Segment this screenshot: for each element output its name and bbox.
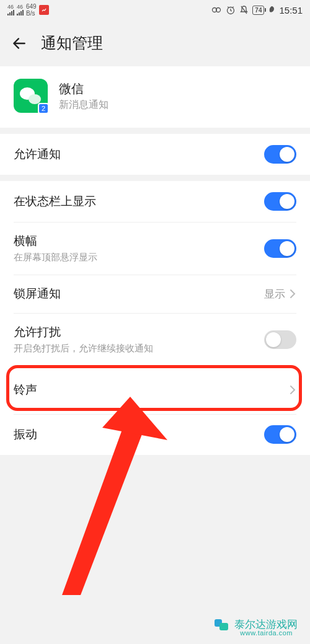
app-name: 微信 xyxy=(59,81,108,97)
status-left: 46 46 649 B/s xyxy=(7,3,49,17)
row-lockscreen[interactable]: 锁屏通知 显示 xyxy=(0,275,310,313)
watermark-url: www.tairda.com xyxy=(240,629,293,637)
battery-icon: 74 xyxy=(252,6,264,15)
row-label: 允许打扰 xyxy=(14,324,153,340)
net-label: 46 xyxy=(7,4,14,10)
toggle-vibration[interactable] xyxy=(264,425,296,444)
net-speed-unit: B/s xyxy=(26,10,37,17)
back-arrow-icon[interactable] xyxy=(11,35,27,51)
row-disturb[interactable]: 允许打扰 开启免打扰后，允许继续接收通知 xyxy=(0,313,310,366)
svg-rect-6 xyxy=(219,623,228,630)
row-banner[interactable]: 横幅 在屏幕顶部悬浮显示 xyxy=(0,222,310,275)
section-allow: 允许通知 xyxy=(0,134,310,175)
chevron-right-icon xyxy=(289,288,296,299)
signal-1: 46 xyxy=(7,4,14,15)
leaf-icon xyxy=(268,6,275,14)
signal-bars-icon xyxy=(7,10,14,15)
row-label: 铃声 xyxy=(14,382,37,398)
clock-time: 15:51 xyxy=(279,5,303,15)
net-label-2: 46 xyxy=(17,4,23,10)
page-title: 通知管理 xyxy=(41,33,103,53)
row-label: 允许通知 xyxy=(14,146,61,162)
app-subtitle: 新消息通知 xyxy=(59,99,108,112)
signal-2: 46 xyxy=(17,4,24,15)
row-ringtone[interactable]: 铃声 xyxy=(0,366,310,414)
wechat-app-icon: 2 xyxy=(14,79,48,113)
toggle-banner[interactable] xyxy=(264,239,296,258)
net-speed-value: 649 xyxy=(26,3,37,10)
row-label: 锁屏通知 xyxy=(14,286,61,302)
row-value: 显示 xyxy=(264,287,285,301)
row-vibration[interactable]: 振动 xyxy=(0,414,310,455)
row-sub: 开启免打扰后，允许继续接收通知 xyxy=(14,343,153,355)
row-label: 横幅 xyxy=(14,233,97,249)
row-sub: 在屏幕顶部悬浮显示 xyxy=(14,252,97,263)
battery-level: 74 xyxy=(255,7,262,14)
toggle-disturb[interactable] xyxy=(264,330,296,349)
app-info-section: 2 微信 新消息通知 xyxy=(0,66,310,128)
app-indicator-icon xyxy=(39,5,49,15)
status-right: 74 15:51 xyxy=(211,5,303,15)
page-header: 通知管理 xyxy=(0,20,310,66)
app-badge: 2 xyxy=(38,103,49,114)
row-statusbar[interactable]: 在状态栏上显示 xyxy=(0,181,310,222)
watermark-logo-icon xyxy=(213,615,231,633)
toggle-statusbar[interactable] xyxy=(264,192,296,211)
status-bar: 46 46 649 B/s 74 15:51 xyxy=(0,0,310,20)
row-allow-notify[interactable]: 允许通知 xyxy=(0,134,310,175)
toggle-allow-notify[interactable] xyxy=(264,145,296,164)
watermark: 泰尔达游戏网 www.tairda.com xyxy=(210,613,301,635)
row-label: 振动 xyxy=(14,426,37,443)
bell-mute-icon xyxy=(239,5,249,15)
alarm-icon xyxy=(226,5,236,15)
signal-bars-icon-2 xyxy=(17,10,24,15)
chevron-right-icon xyxy=(289,384,296,395)
row-label: 在状态栏上显示 xyxy=(14,193,96,210)
net-speed: 649 B/s xyxy=(26,3,37,17)
section-display: 在状态栏上显示 横幅 在屏幕顶部悬浮显示 锁屏通知 显示 允许打扰 开启免打扰后… xyxy=(0,181,310,455)
eye-care-icon xyxy=(211,6,222,14)
